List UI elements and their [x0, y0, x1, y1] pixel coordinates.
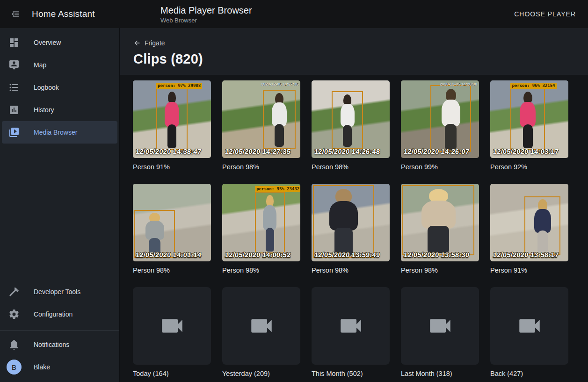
sidebar-item-label: Overview	[34, 39, 61, 46]
sidebar-item-logbook[interactable]: Logbook	[2, 76, 117, 99]
figure-torso	[534, 209, 551, 233]
folder-card-last-month[interactable]: Last Month (318)	[401, 287, 479, 379]
folder-card-today[interactable]: Today (164)	[133, 287, 211, 379]
page-title: Media Player Browser	[160, 5, 510, 16]
folder-caption: Last Month (318)	[401, 370, 479, 379]
figure-legs	[537, 231, 548, 253]
format-list-bulleted-icon	[8, 82, 20, 93]
folder-caption: Yesterday (209)	[222, 370, 300, 379]
folder-card-back[interactable]: Back (427)	[490, 287, 568, 379]
clip-thumbnail[interactable]: 12/05/2020 13:59:49	[312, 184, 390, 261]
figure-legs	[167, 124, 176, 148]
sidebar-item-developer-tools[interactable]: Developer Tools	[2, 281, 117, 303]
clip-card[interactable]: 12/05/2020 14:26:48 Person 98%	[312, 80, 390, 172]
sidebar-item-map[interactable]: Map	[2, 54, 117, 76]
clip-thumbnail[interactable]: 12/05/2020 14:01:14	[133, 184, 211, 261]
clip-card[interactable]: person: 95% 23432 12/05/2020 14:00:52 Pe…	[222, 184, 300, 275]
sidebar-item-label: History	[34, 106, 54, 114]
figure-legs	[275, 124, 284, 146]
clip-card[interactable]: 12/05/2020 14:01:14 Person 98%	[133, 184, 211, 275]
arrow-left-icon	[133, 39, 141, 47]
detection-bbox: person: 95% 23432	[255, 192, 284, 254]
cog-icon	[8, 309, 20, 320]
clip-thumbnail[interactable]: person: 97% 29988 12/05/2020 14:38:47	[133, 80, 211, 158]
folder-thumbnail[interactable]	[312, 287, 390, 365]
detection-bbox	[524, 196, 560, 255]
figure-torso	[341, 104, 355, 127]
sidebar-item-configuration[interactable]: Configuration	[2, 303, 117, 325]
figure-legs	[428, 226, 449, 252]
sidebar-toggle-button[interactable]	[7, 7, 22, 22]
clip-timestamp: 12/05/2020 14:27:35	[225, 148, 291, 155]
sidebar-divider	[0, 330, 119, 331]
clip-card[interactable]: 2020-12-05 14:27:35 12/05/2020 14:27:35 …	[222, 80, 300, 172]
clip-timestamp: 12/05/2020 14:26:07	[403, 148, 470, 155]
sidebar-item-label: Configuration	[34, 310, 73, 318]
clip-card[interactable]: 2020-12-05 14:26:08 12/05/2020 14:26:07 …	[401, 80, 479, 172]
folder-thumbnail[interactable]	[401, 287, 479, 365]
video-icon	[159, 312, 186, 339]
topbar-title-section: Media Player Browser Web Browser	[120, 5, 510, 24]
sidebar-item-history[interactable]: History	[2, 99, 117, 121]
clip-thumbnail[interactable]: 12/05/2020 14:26:48	[312, 80, 390, 158]
choose-player-button[interactable]: CHOOSE PLAYER	[510, 7, 580, 22]
sidebar-spacer	[0, 144, 119, 281]
sidebar-item-overview[interactable]: Overview	[2, 31, 117, 54]
figure-torso	[272, 102, 287, 126]
person-figure	[412, 189, 465, 253]
sidebar-item-label: Logbook	[34, 84, 59, 91]
person-figure	[140, 213, 169, 256]
video-icon	[427, 312, 454, 339]
folder-thumbnail[interactable]	[133, 287, 211, 365]
clip-thumbnail[interactable]: 12/05/2020 13:58:17	[490, 184, 568, 261]
folder-card-this-month[interactable]: This Month (502)	[312, 287, 390, 379]
folder-card-yesterday[interactable]: Yesterday (209)	[222, 287, 300, 379]
folder-caption: Today (164)	[133, 370, 211, 379]
detection-bbox	[402, 185, 474, 255]
folder-thumbnail[interactable]	[222, 287, 300, 365]
sidebar-item-label: Map	[34, 61, 46, 69]
app-title: Home Assistant	[32, 9, 95, 19]
clip-timestamp: 12/05/2020 14:26:48	[314, 148, 380, 155]
clip-thumbnail[interactable]: 2020-12-05 14:26:08 12/05/2020 14:26:07	[401, 80, 479, 158]
notifications-label: Notifications	[34, 341, 69, 348]
sidebar-nav-list: Overview Map Logbook History Media Brows…	[0, 28, 119, 144]
page-subtitle: Web Browser	[160, 17, 510, 24]
breadcrumb-back-frigate[interactable]: Frigate	[133, 39, 165, 47]
figure-legs	[445, 124, 457, 150]
clip-thumbnail[interactable]: person: 96% 32154 12/05/2020 14:03:17	[490, 80, 568, 158]
detection-bbox	[263, 90, 296, 149]
clip-card[interactable]: person: 96% 32154 12/05/2020 14:03:17 Pe…	[490, 80, 568, 172]
detection-bbox: person: 96% 32154	[510, 88, 544, 151]
figure-torso	[520, 102, 536, 127]
folder-thumbnail[interactable]	[490, 287, 568, 365]
clip-timestamp: 12/05/2020 14:01:14	[135, 251, 202, 259]
person-figure	[161, 92, 183, 148]
clip-thumbnail[interactable]: person: 95% 23432 12/05/2020 14:00:52	[222, 184, 300, 261]
video-icon	[516, 312, 543, 339]
clip-caption: Person 98%	[222, 163, 300, 172]
detection-label: person: 97% 29988	[156, 83, 202, 89]
user-name: Blake	[34, 363, 50, 371]
video-icon	[337, 312, 364, 339]
clip-card[interactable]: 12/05/2020 13:58:17 Person 91%	[490, 184, 568, 275]
clip-thumbnail[interactable]: 12/05/2020 13:58:30	[401, 184, 479, 261]
figure-legs	[266, 228, 274, 252]
clip-caption: Person 98%	[312, 267, 390, 275]
sidebar-item-media-browser[interactable]: Media Browser	[2, 121, 117, 144]
person-figure	[436, 89, 465, 150]
clip-timestamp: 12/05/2020 14:38:47	[135, 148, 202, 155]
clip-card[interactable]: 12/05/2020 13:59:49 Person 98%	[312, 184, 390, 275]
camera-osd-timestamp: 2020-12-05 14:26:08	[440, 82, 477, 86]
person-figure	[530, 199, 555, 253]
clip-card[interactable]: 12/05/2020 13:58:30 Person 98%	[401, 184, 479, 275]
sidebar-item-notifications[interactable]: Notifications	[2, 333, 117, 356]
person-figure	[336, 94, 359, 147]
figure-torso	[145, 221, 164, 240]
clip-caption: Person 91%	[490, 267, 568, 275]
sidebar-item-user[interactable]: B Blake	[2, 356, 117, 378]
sidebar-item-label: Media Browser	[34, 129, 77, 136]
clip-card[interactable]: person: 97% 29988 12/05/2020 14:38:47 Pe…	[133, 80, 211, 172]
clip-thumbnail[interactable]: 2020-12-05 14:27:35 12/05/2020 14:27:35	[222, 80, 300, 158]
camera-osd-timestamp: 2020-12-05 14:27:35	[261, 82, 298, 86]
